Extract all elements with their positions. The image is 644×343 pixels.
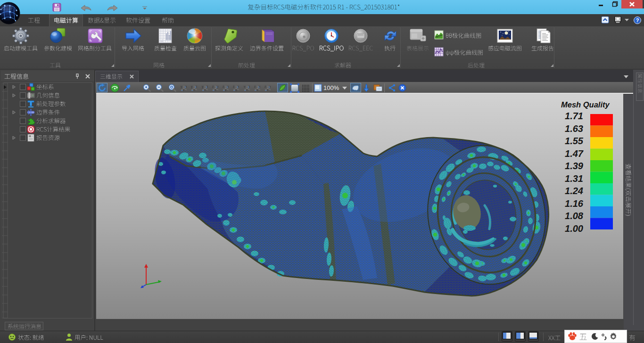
svg-text:z: z: [264, 85, 266, 88]
svg-text:z: z: [223, 85, 224, 88]
svg-text:?: ?: [636, 17, 639, 23]
svg-text:z: z: [183, 88, 184, 91]
svg-text:x: x: [193, 88, 195, 91]
svg-text:x: x: [227, 85, 229, 88]
svg-text:x: x: [204, 88, 206, 91]
svg-text:x: x: [238, 85, 239, 88]
svg-text:y: y: [235, 88, 237, 91]
svg-text:y: y: [191, 85, 193, 89]
svg-text:x: x: [215, 88, 216, 91]
svg-text:y: y: [225, 88, 227, 91]
svg-text:x: x: [185, 85, 187, 88]
svg-text:y: y: [217, 85, 219, 89]
svg-text:v: v: [244, 85, 246, 88]
svg-text:v: v: [256, 88, 258, 91]
svg-text:y: y: [181, 85, 182, 89]
svg-text:z: z: [212, 85, 214, 88]
svg-text:x: x: [267, 88, 269, 91]
svg-text:x: x: [246, 88, 248, 91]
svg-text:z: z: [233, 85, 234, 88]
svg-text:y: y: [202, 85, 204, 89]
svg-text:z: z: [254, 85, 256, 88]
